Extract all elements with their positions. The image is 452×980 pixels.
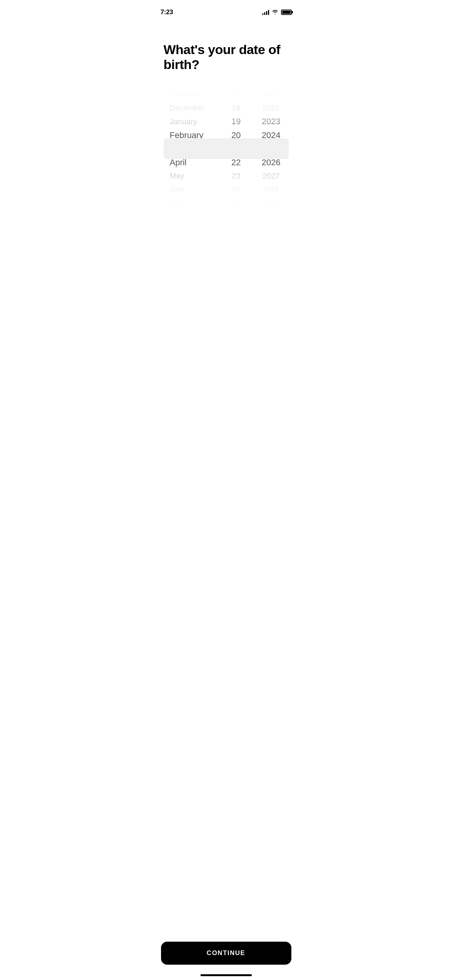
month-item[interactable]: June: [170, 183, 219, 197]
year-item[interactable]: 2028: [253, 183, 288, 197]
month-item[interactable]: May: [170, 169, 219, 183]
day-item[interactable]: 25: [219, 197, 253, 210]
status-icons: [262, 9, 292, 16]
year-item[interactable]: 2022: [253, 101, 288, 115]
month-item[interactable]: December: [170, 101, 219, 115]
year-item[interactable]: 2029: [253, 197, 288, 210]
day-item[interactable]: 19: [219, 115, 253, 128]
day-item[interactable]: 18: [219, 101, 253, 115]
status-bar: 7:23: [151, 0, 301, 19]
month-item[interactable]: January: [170, 115, 219, 128]
page-title: What's your date of birth?: [164, 42, 289, 72]
battery-icon: [281, 10, 292, 15]
wifi-icon: [272, 9, 278, 16]
status-time: 7:23: [161, 8, 173, 16]
month-item[interactable]: November: [170, 87, 219, 101]
signal-icon: [262, 10, 269, 15]
main-content: What's your date of birth? November Dece…: [151, 19, 301, 210]
year-item[interactable]: 2027: [253, 169, 288, 183]
picker-highlight: [164, 138, 289, 159]
day-item[interactable]: 17: [219, 87, 253, 101]
month-item[interactable]: July: [170, 197, 219, 210]
day-item[interactable]: 23: [219, 169, 253, 183]
date-picker[interactable]: November December January February March…: [164, 87, 289, 210]
year-item[interactable]: 2021: [253, 87, 288, 101]
year-item[interactable]: 2023: [253, 115, 288, 128]
day-item[interactable]: 24: [219, 183, 253, 197]
